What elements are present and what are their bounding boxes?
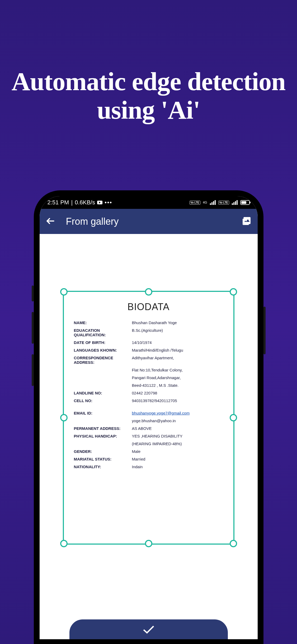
more-notifications-icon: ••• xyxy=(105,199,112,206)
phone-side-button xyxy=(32,312,34,344)
phone-side-button xyxy=(263,307,266,354)
volte-icon: Vo LTE xyxy=(190,201,200,205)
phone-side-button xyxy=(32,286,34,301)
phone-screen: 2:51 PM | 0.6KB/s ••• Vo LTE 4G Vo LTE F… xyxy=(40,196,258,639)
crop-handle-middle-left[interactable] xyxy=(60,414,68,421)
crop-boundary[interactable] xyxy=(63,291,234,545)
scan-preview-area: BIODATA NAME: Bhushan Dasharath Yoge EDU… xyxy=(40,234,258,639)
crop-handle-bottom-left[interactable] xyxy=(60,540,68,547)
app-bar: From gallery xyxy=(40,209,258,234)
youtube-icon xyxy=(97,201,102,204)
crop-handle-middle-right[interactable] xyxy=(230,414,237,421)
confirm-crop-button[interactable] xyxy=(69,619,228,639)
promo-headline: Automatic edge detection using 'Ai' xyxy=(0,0,297,125)
status-bar-right: Vo LTE 4G Vo LTE xyxy=(190,200,250,205)
phone-side-button xyxy=(32,354,34,386)
signal-bars-icon xyxy=(232,200,238,205)
phone-mockup-frame: 2:51 PM | 0.6KB/s ••• Vo LTE 4G Vo LTE F… xyxy=(34,190,263,644)
status-bar: 2:51 PM | 0.6KB/s ••• Vo LTE 4G Vo LTE xyxy=(40,196,258,209)
status-time: 2:51 PM xyxy=(48,199,69,206)
crop-handle-bottom-right[interactable] xyxy=(230,540,237,547)
crop-handle-bottom-middle[interactable] xyxy=(145,540,152,547)
signal-bars-icon xyxy=(210,200,216,205)
crop-handle-top-middle[interactable] xyxy=(145,288,152,296)
gallery-button[interactable] xyxy=(241,216,252,227)
crop-handle-top-left[interactable] xyxy=(60,288,68,296)
crop-handle-top-right[interactable] xyxy=(230,288,237,296)
status-network-speed: 0.6KB/s xyxy=(75,199,95,206)
status-separator: | xyxy=(71,199,73,206)
app-bar-title: From gallery xyxy=(66,216,231,227)
status-bar-left: 2:51 PM | 0.6KB/s ••• xyxy=(48,199,112,206)
checkmark-icon xyxy=(142,624,155,635)
volte-icon: Vo LTE xyxy=(218,201,229,205)
back-button[interactable] xyxy=(45,216,55,227)
signal-4g-label: 4G xyxy=(203,201,207,204)
battery-icon xyxy=(240,200,250,205)
